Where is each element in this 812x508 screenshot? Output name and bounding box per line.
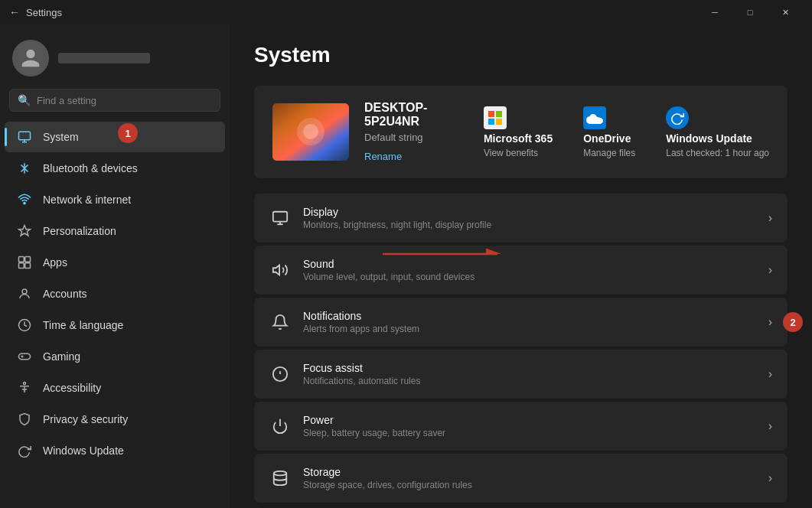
system-icon bbox=[17, 129, 32, 145]
setting-row-power[interactable]: Power Sleep, battery usage, battery save… bbox=[254, 402, 788, 451]
onedrive-title: OneDrive bbox=[583, 132, 631, 145]
microsoft365-action[interactable]: Microsoft 365 View benefits bbox=[484, 106, 553, 158]
maximize-button[interactable]: □ bbox=[732, 0, 768, 24]
winupdate-title: Windows Update bbox=[666, 132, 752, 145]
rename-link[interactable]: Rename bbox=[364, 151, 402, 162]
sidebar-item-gaming-label: Gaming bbox=[43, 350, 80, 363]
power-icon bbox=[269, 415, 291, 437]
power-title: Power bbox=[303, 414, 756, 426]
setting-row-display[interactable]: Display Monitors, brightness, night ligh… bbox=[254, 194, 788, 243]
sidebar-item-time-label: Time & language bbox=[43, 319, 123, 331]
sidebar-item-accessibility-label: Accessibility bbox=[43, 382, 101, 394]
svg-rect-15 bbox=[488, 119, 494, 125]
sidebar-item-bluetooth[interactable]: Bluetooth & devices bbox=[5, 153, 225, 184]
svg-rect-8 bbox=[19, 353, 31, 360]
privacy-icon bbox=[17, 412, 32, 427]
sidebar-item-system-label: System bbox=[43, 131, 79, 143]
notifications-subtitle: Alerts from apps and system bbox=[303, 324, 756, 334]
storage-subtitle: Storage space, drives, configuration rul… bbox=[303, 480, 756, 490]
sidebar-item-personalization[interactable]: Personalization bbox=[5, 216, 225, 246]
search-input[interactable] bbox=[37, 95, 212, 106]
bluetooth-icon bbox=[17, 161, 32, 176]
sidebar-item-accessibility[interactable]: Accessibility bbox=[5, 373, 225, 403]
setting-row-notifications[interactable]: Notifications Alerts from apps and syste… bbox=[254, 298, 788, 347]
sidebar-item-gaming[interactable]: Gaming bbox=[5, 341, 225, 372]
storage-text: Storage Storage space, drives, configura… bbox=[303, 466, 756, 490]
svg-rect-0 bbox=[19, 132, 31, 140]
svg-rect-4 bbox=[19, 263, 24, 269]
setting-row-storage[interactable]: Storage Storage space, drives, configura… bbox=[254, 454, 788, 503]
user-section bbox=[0, 24, 230, 89]
sound-subtitle: Volume level, output, input, sound devic… bbox=[303, 272, 756, 282]
setting-row-sound[interactable]: Sound Volume level, output, input, sound… bbox=[254, 246, 788, 295]
power-chevron: › bbox=[768, 419, 772, 433]
titlebar: ← Settings ─ □ ✕ bbox=[0, 0, 812, 24]
back-button[interactable]: ← bbox=[9, 6, 20, 18]
ms365-subtitle: View benefits bbox=[484, 148, 538, 158]
sound-icon bbox=[269, 259, 291, 281]
device-actions: Microsoft 365 View benefits OneDrive Man… bbox=[484, 106, 769, 158]
sound-chevron: › bbox=[768, 263, 772, 277]
display-subtitle: Monitors, brightness, night light, displ… bbox=[303, 220, 756, 230]
sidebar-item-bluetooth-label: Bluetooth & devices bbox=[43, 162, 138, 174]
svg-point-1 bbox=[24, 202, 25, 204]
sidebar-item-network[interactable]: Network & internet bbox=[5, 184, 225, 215]
titlebar-controls: ─ □ ✕ bbox=[697, 0, 803, 24]
sidebar-item-apps[interactable]: Apps bbox=[5, 247, 225, 278]
svg-marker-20 bbox=[273, 265, 279, 275]
apps-icon bbox=[17, 255, 32, 270]
sidebar-item-time[interactable]: Time & language bbox=[5, 310, 225, 340]
time-icon bbox=[17, 318, 32, 333]
svg-rect-17 bbox=[273, 212, 287, 222]
sidebar-item-apps-label: Apps bbox=[43, 256, 67, 269]
app-container: 🔍 System 1 Bluetooth & devices bbox=[0, 24, 812, 508]
sidebar-item-windowsupdate[interactable]: Windows Update bbox=[5, 435, 225, 466]
sidebar-item-privacy[interactable]: Privacy & security bbox=[5, 404, 225, 435]
network-icon bbox=[17, 192, 32, 207]
close-button[interactable]: ✕ bbox=[768, 0, 803, 24]
svg-rect-13 bbox=[488, 111, 494, 117]
sidebar-item-network-label: Network & internet bbox=[43, 194, 131, 206]
accounts-icon bbox=[17, 286, 32, 301]
user-name bbox=[58, 53, 150, 64]
sidebar-item-accounts[interactable]: Accounts bbox=[5, 278, 225, 309]
windowsupdate-action[interactable]: Windows Update Last checked: 1 hour ago bbox=[666, 106, 769, 158]
winupdate-subtitle: Last checked: 1 hour ago bbox=[666, 148, 769, 158]
sidebar-item-privacy-label: Privacy & security bbox=[43, 413, 128, 425]
device-description: Default string bbox=[364, 132, 468, 143]
od-icon-row bbox=[583, 106, 606, 129]
notifications-icon bbox=[269, 311, 291, 333]
display-icon bbox=[269, 207, 291, 229]
search-icon: 🔍 bbox=[18, 94, 31, 106]
avatar bbox=[12, 40, 49, 77]
power-subtitle: Sleep, battery usage, battery saver bbox=[303, 428, 756, 438]
focus-chevron: › bbox=[768, 367, 772, 381]
titlebar-left: ← Settings bbox=[9, 6, 62, 18]
storage-chevron: › bbox=[768, 471, 772, 485]
accessibility-icon bbox=[17, 380, 32, 396]
sidebar-item-accounts-label: Accounts bbox=[43, 288, 87, 300]
svg-point-6 bbox=[22, 289, 27, 294]
storage-icon bbox=[269, 467, 291, 489]
notifications-text: Notifications Alerts from apps and syste… bbox=[303, 310, 756, 334]
svg-rect-2 bbox=[19, 257, 24, 262]
search-box[interactable]: 🔍 bbox=[9, 89, 220, 112]
onedrive-action[interactable]: OneDrive Manage files bbox=[583, 106, 635, 158]
storage-title: Storage bbox=[303, 466, 756, 478]
sidebar: 🔍 System 1 Bluetooth & devices bbox=[0, 24, 230, 508]
power-text: Power Sleep, battery usage, battery save… bbox=[303, 414, 756, 438]
winupdate-icon bbox=[666, 106, 689, 129]
svg-point-9 bbox=[24, 383, 26, 385]
minimize-button[interactable]: ─ bbox=[697, 0, 732, 24]
svg-point-23 bbox=[274, 471, 287, 476]
setting-row-focus[interactable]: Focus assist Notifications, automatic ru… bbox=[254, 350, 788, 399]
personalization-icon bbox=[17, 223, 32, 239]
wu-icon-row bbox=[666, 106, 689, 129]
settings-list: Display Monitors, brightness, night ligh… bbox=[254, 194, 788, 503]
device-info: DESKTOP-5P2U4NR Default string Rename bbox=[364, 101, 468, 163]
device-image bbox=[272, 103, 349, 161]
device-name: DESKTOP-5P2U4NR bbox=[364, 101, 468, 129]
titlebar-title: Settings bbox=[26, 7, 62, 18]
sidebar-item-system[interactable]: System 1 bbox=[5, 122, 225, 152]
ms365-title: Microsoft 365 bbox=[484, 132, 553, 145]
